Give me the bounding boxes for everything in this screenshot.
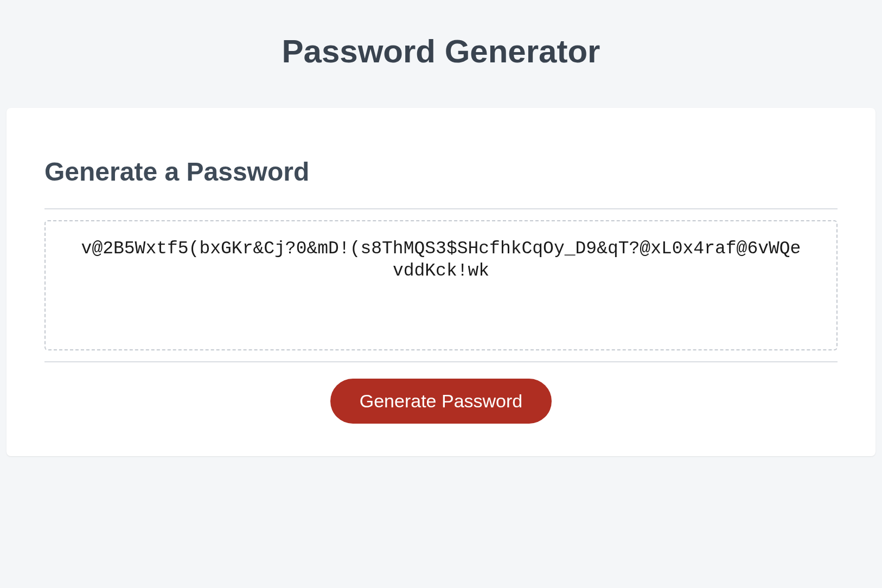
page-title: Password Generator [0, 0, 882, 108]
generator-card: Generate a Password v@2B5Wxtf5(bxGKr&Cj?… [7, 108, 875, 456]
card-heading: Generate a Password [44, 157, 838, 209]
button-row: Generate Password [44, 362, 838, 424]
password-output: v@2B5Wxtf5(bxGKr&Cj?0&mD!(s8ThMQS3$SHcfh… [44, 220, 838, 350]
generate-password-button[interactable]: Generate Password [330, 379, 552, 424]
